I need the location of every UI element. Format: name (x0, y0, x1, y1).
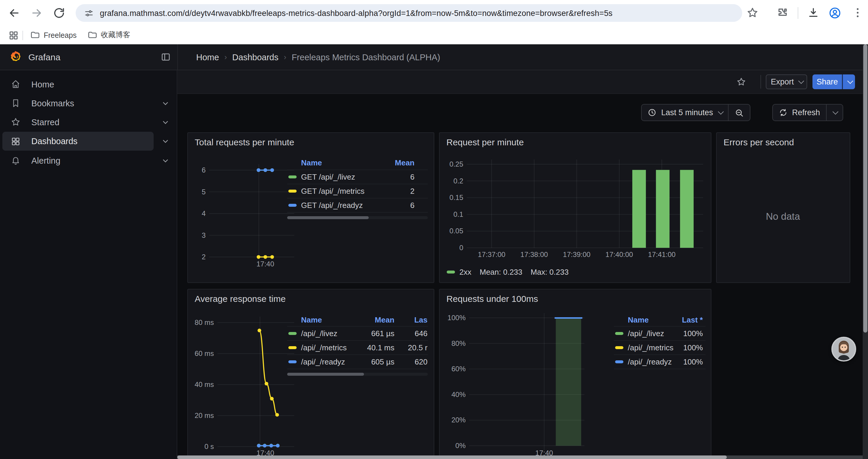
grafana-logo-icon[interactable] (9, 50, 23, 64)
svg-text:3: 3 (202, 231, 205, 239)
svg-text:40 ms: 40 ms (194, 381, 214, 388)
bookmark-star-icon[interactable] (746, 6, 759, 20)
panel-title[interactable]: Total requests per minute (195, 137, 294, 147)
svg-text:40%: 40% (451, 391, 465, 398)
sidebar-item-label: Bookmarks (31, 98, 74, 108)
profile-icon[interactable] (829, 6, 841, 20)
legend-header-name[interactable]: Name (287, 158, 386, 167)
legend-header-col[interactable]: Last * (673, 315, 705, 324)
legend-row[interactable]: /api/_/metrics40.1 ms20.5 r (287, 340, 428, 355)
breadcrumb-dashboards[interactable]: Dashboards (232, 53, 278, 62)
panel-title[interactable]: Requests under 100ms (446, 294, 538, 304)
sidebar-item-starred[interactable]: Starred (2, 112, 154, 131)
legend-row[interactable]: GET /api/_/metrics2 (287, 184, 428, 198)
legend-scrollbar[interactable] (287, 373, 428, 376)
legend-scrollbar[interactable] (287, 216, 428, 219)
back-icon[interactable] (8, 6, 21, 20)
legend-request-per-minute[interactable]: 2xx Mean: 0.233 Max: 0.233 (446, 268, 569, 276)
forward-icon[interactable] (30, 6, 43, 20)
legend-header-name[interactable]: Name (614, 315, 673, 324)
star-icon (11, 117, 21, 127)
series-color-chip (288, 189, 296, 192)
sidebar-item-alerting[interactable]: Alerting (2, 151, 154, 170)
legend-header: NameMean (287, 156, 428, 169)
breadcrumb-home[interactable]: Home (196, 53, 219, 62)
refresh-icon (778, 108, 787, 117)
legend-series-name: /api/_/readyz (301, 357, 345, 366)
legend-header-col[interactable]: Mean (386, 158, 428, 167)
download-icon[interactable] (807, 6, 820, 20)
bell-icon (11, 155, 21, 165)
legend-row[interactable]: /api/_/livez100% (614, 326, 705, 340)
sidebar-item-label: Home (31, 79, 54, 89)
svg-text:0: 0 (459, 243, 463, 251)
panel-request-per-minute: 0.250.20.150.10.05017:37:0017:38:0017:39… (439, 132, 711, 283)
legend-mean: Mean: 0.233 (479, 268, 522, 276)
legend-row[interactable]: GET /api/_/livez6 (287, 169, 428, 184)
legend-header-col[interactable]: Mean (361, 315, 399, 324)
zoom-out-button[interactable] (728, 104, 750, 121)
assistant-avatar[interactable] (831, 337, 856, 362)
apps-grid-icon[interactable] (8, 30, 19, 40)
svg-text:0.05: 0.05 (449, 227, 463, 234)
legend-row[interactable]: /api/_/readyz100% (614, 355, 705, 369)
legend-row[interactable]: GET /api/_/readyz6 (287, 198, 428, 212)
collapse-sidebar-icon[interactable] (161, 52, 171, 62)
folder-icon (87, 30, 97, 40)
share-menu-button[interactable] (843, 74, 855, 89)
browser-toolbar: grafana.mathmast.com/d/deytv4rwavabkb/fr… (0, 0, 868, 26)
sidebar-item-home[interactable]: Home (2, 75, 154, 94)
extensions-icon[interactable] (776, 6, 789, 20)
export-button[interactable]: Export (766, 74, 807, 89)
sidebar-item-label: Alerting (31, 156, 60, 165)
chevron-down-icon (832, 109, 838, 114)
sidebar-item-label: Starred (31, 117, 59, 127)
chevron-down-icon[interactable] (161, 99, 169, 107)
url-bar[interactable]: grafana.mathmast.com/d/deytv4rwavabkb/fr… (75, 4, 742, 22)
bookmark-folder-blogs[interactable]: 收藏博客 (87, 30, 130, 40)
svg-text:0.2: 0.2 (453, 177, 463, 185)
url-text[interactable]: grafana.mathmast.com/d/deytv4rwavabkb/fr… (100, 8, 613, 18)
sidebar-item-bookmarks[interactable]: Bookmarks (2, 94, 154, 112)
legend-header-col[interactable]: Las (399, 315, 428, 324)
svg-text:2: 2 (202, 253, 205, 261)
chevron-down-icon[interactable] (161, 118, 169, 126)
series-color-chip (615, 332, 623, 335)
chart-request-per-minute[interactable]: 0.250.20.150.10.05017:37:0017:38:0017:39… (439, 133, 711, 282)
horizontal-scrollbar[interactable] (177, 455, 862, 459)
panel-title[interactable]: Request per minute (446, 137, 524, 147)
legend-header-name[interactable]: Name (287, 315, 361, 324)
breadcrumb: Home › Dashboards › Freeleaps Metrics Da… (196, 44, 440, 70)
share-button[interactable]: Share (812, 74, 842, 89)
site-settings-icon[interactable] (84, 8, 94, 18)
browser-menu-icon[interactable] (851, 6, 864, 20)
favorite-star-icon[interactable] (736, 76, 746, 87)
legend-series-name: /api/_/livez (628, 329, 664, 338)
sidebar-item-dashboards[interactable]: Dashboards (2, 132, 154, 151)
refresh-button[interactable]: Refresh (773, 104, 826, 121)
svg-text:4: 4 (202, 209, 205, 217)
bookmark-folder-freeleaps[interactable]: Freeleaps (30, 30, 76, 40)
legend-chip (446, 270, 455, 273)
vertical-scrollbar[interactable] (862, 44, 868, 459)
sidebar-item-label: Dashboards (31, 136, 78, 146)
legend-max: Max: 0.233 (531, 268, 569, 276)
legend-row[interactable]: /api/_/readyz605 µs620 (287, 355, 428, 369)
chevron-down-icon[interactable] (161, 137, 169, 145)
svg-text:100%: 100% (447, 314, 465, 322)
panel-title[interactable]: Average response time (195, 294, 286, 304)
svg-text:60%: 60% (451, 365, 465, 373)
clock-icon (648, 108, 656, 117)
chevron-down-icon[interactable] (161, 156, 169, 165)
refresh-interval-button[interactable] (827, 104, 843, 121)
reload-icon[interactable] (53, 6, 66, 20)
scrollbar-thumb[interactable] (177, 455, 727, 459)
legend-value: 646 (399, 329, 428, 338)
legend-row[interactable]: /api/_/livez661 µs646 (287, 326, 428, 340)
time-range-picker[interactable]: Last 5 minutes (642, 104, 728, 121)
panel-title[interactable]: Errors per second (723, 137, 794, 147)
scrollbar-thumb[interactable] (863, 44, 867, 333)
legend-row[interactable]: /api/_/metrics100% (614, 340, 705, 355)
panel-errors-per-second: Errors per second No data (716, 132, 850, 283)
svg-text:80%: 80% (451, 339, 465, 347)
